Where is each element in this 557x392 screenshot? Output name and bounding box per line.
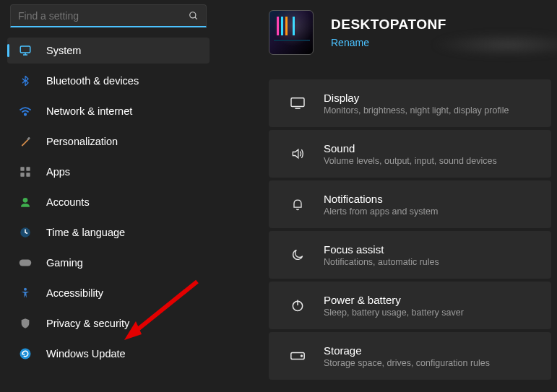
moon-icon bbox=[285, 248, 311, 262]
svg-point-14 bbox=[24, 288, 27, 291]
svg-rect-9 bbox=[20, 173, 24, 176]
sidebar-item-privacy[interactable]: Privacy & security bbox=[7, 310, 210, 336]
card-subtitle: Volume levels, output, input, sound devi… bbox=[324, 156, 497, 166]
card-subtitle: Monitors, brightness, night light, displ… bbox=[324, 105, 509, 116]
accessibility-icon bbox=[17, 287, 33, 300]
card-subtitle: Alerts from apps and system bbox=[324, 206, 438, 217]
sidebar-item-label: System bbox=[46, 45, 81, 56]
bell-icon bbox=[285, 196, 311, 212]
rename-link[interactable]: Rename bbox=[331, 37, 369, 48]
sidebar-item-time-language[interactable]: Time & language bbox=[7, 219, 210, 245]
sound-icon bbox=[285, 147, 311, 161]
person-icon bbox=[17, 196, 33, 209]
search-input[interactable] bbox=[18, 10, 189, 22]
sidebar-item-label: Gaming bbox=[46, 257, 83, 269]
bluetooth-icon bbox=[17, 74, 33, 87]
card-title: Power & battery bbox=[324, 294, 464, 306]
svg-line-1 bbox=[195, 17, 197, 19]
sidebar-item-label: Time & language bbox=[46, 227, 125, 238]
card-focus-assist[interactable]: Focus assist Notifications, automatic ru… bbox=[269, 231, 551, 279]
card-power[interactable]: Power & battery Sleep, battery usage, ba… bbox=[269, 282, 551, 329]
svg-rect-16 bbox=[291, 98, 304, 107]
sidebar-item-network[interactable]: Network & internet bbox=[7, 98, 210, 124]
sidebar-item-gaming[interactable]: Gaming bbox=[7, 250, 210, 276]
search-box[interactable] bbox=[10, 4, 207, 27]
sidebar-item-accessibility[interactable]: Accessibility bbox=[7, 280, 210, 306]
sidebar-item-label: Apps bbox=[46, 166, 70, 178]
card-title: Focus assist bbox=[324, 243, 439, 256]
apps-icon bbox=[17, 166, 33, 178]
wifi-icon bbox=[17, 106, 33, 116]
device-name: DESKTOPATONF bbox=[331, 17, 446, 32]
power-icon bbox=[285, 298, 311, 313]
device-header: DESKTOPATONF Rename bbox=[269, 6, 551, 59]
sidebar-item-bluetooth[interactable]: Bluetooth & devices bbox=[7, 68, 210, 94]
sidebar-item-label: Network & internet bbox=[46, 105, 132, 117]
paintbrush-icon bbox=[17, 135, 33, 148]
card-title: Storage bbox=[324, 344, 490, 357]
card-title: Notifications bbox=[324, 193, 438, 205]
sidebar-item-personalization[interactable]: Personalization bbox=[7, 129, 210, 154]
card-notifications[interactable]: Notifications Alerts from apps and syste… bbox=[269, 180, 551, 228]
settings-card-list: Display Monitors, brightness, night ligh… bbox=[269, 79, 551, 380]
shield-icon bbox=[17, 317, 33, 330]
gaming-icon bbox=[17, 258, 33, 268]
device-avatar bbox=[269, 10, 314, 55]
svg-point-15 bbox=[20, 349, 31, 360]
sidebar-item-label: Accounts bbox=[46, 196, 90, 208]
svg-rect-2 bbox=[20, 46, 30, 53]
svg-point-11 bbox=[23, 198, 28, 203]
sidebar-item-system[interactable]: System bbox=[7, 38, 210, 64]
search-icon bbox=[189, 11, 199, 21]
svg-rect-13 bbox=[20, 260, 32, 266]
card-title: Display bbox=[324, 92, 509, 104]
svg-point-0 bbox=[190, 12, 196, 17]
sidebar-item-windows-update[interactable]: Windows Update bbox=[7, 341, 210, 367]
svg-point-5 bbox=[25, 113, 26, 115]
sidebar-item-label: Bluetooth & devices bbox=[46, 75, 139, 87]
update-icon bbox=[17, 347, 33, 360]
system-icon bbox=[17, 44, 33, 57]
card-subtitle: Storage space, drives, configuration rul… bbox=[324, 358, 490, 368]
card-title: Sound bbox=[324, 142, 497, 154]
svg-rect-8 bbox=[26, 167, 30, 170]
redacted-blur bbox=[432, 32, 557, 57]
svg-rect-7 bbox=[20, 167, 24, 170]
sidebar-item-label: Accessibility bbox=[46, 287, 103, 299]
card-subtitle: Sleep, battery usage, battery saver bbox=[324, 308, 464, 318]
sidebar-item-accounts[interactable]: Accounts bbox=[7, 189, 210, 215]
card-sound[interactable]: Sound Volume levels, output, input, soun… bbox=[269, 130, 551, 178]
sidebar-item-apps[interactable]: Apps bbox=[7, 159, 210, 185]
card-storage[interactable]: Storage Storage space, drives, configura… bbox=[269, 332, 551, 380]
sidebar-item-label: Privacy & security bbox=[46, 318, 129, 329]
sidebar-item-label: Windows Update bbox=[46, 348, 126, 360]
card-subtitle: Notifications, automatic rules bbox=[324, 257, 439, 267]
svg-rect-10 bbox=[26, 173, 30, 176]
svg-point-21 bbox=[301, 355, 303, 357]
sidebar-item-label: Personalization bbox=[46, 136, 118, 147]
card-display[interactable]: Display Monitors, brightness, night ligh… bbox=[269, 79, 551, 127]
sidebar-nav: System Bluetooth & devices Network & int… bbox=[3, 36, 214, 368]
display-icon bbox=[285, 97, 311, 110]
globe-clock-icon bbox=[17, 226, 33, 239]
storage-icon bbox=[285, 351, 311, 361]
